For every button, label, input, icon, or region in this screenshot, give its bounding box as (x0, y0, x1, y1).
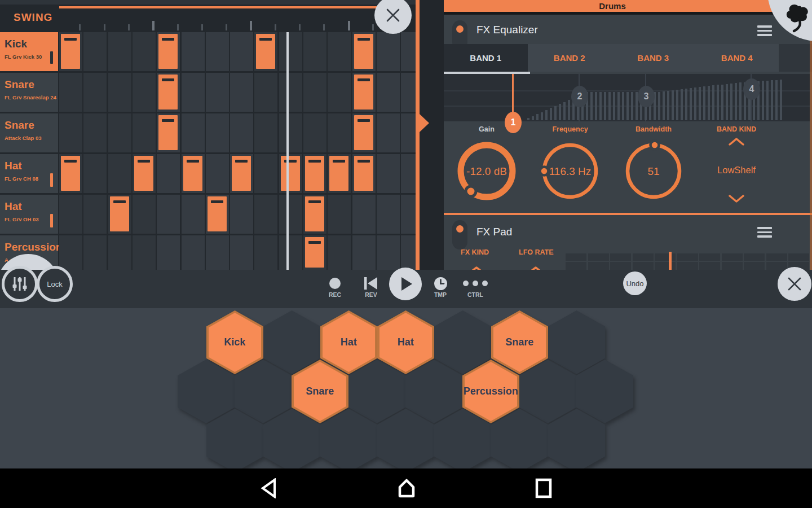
step-cell[interactable] (377, 73, 400, 112)
step-cell[interactable] (352, 73, 376, 112)
recents-icon[interactable] (535, 478, 553, 498)
step-cell[interactable] (230, 154, 253, 193)
step-cell[interactable] (108, 32, 131, 71)
play-button[interactable] (389, 268, 422, 300)
step-note[interactable] (158, 75, 178, 110)
fx-pad-cell[interactable] (699, 262, 720, 270)
step-cell[interactable] (254, 195, 277, 234)
step-cell[interactable] (377, 235, 400, 270)
step-cell[interactable] (108, 73, 131, 112)
panel-drag-arrow-icon[interactable] (420, 114, 429, 132)
band-kind-down-icon[interactable] (729, 194, 744, 203)
step-cell[interactable] (83, 73, 107, 112)
step-cell[interactable] (59, 235, 82, 270)
step-cell[interactable] (206, 235, 229, 270)
control-button[interactable] (462, 280, 488, 287)
step-cell[interactable] (230, 195, 253, 234)
rewind-button[interactable] (363, 277, 379, 290)
band-kind-up-icon[interactable] (729, 137, 744, 146)
step-cell[interactable] (108, 195, 131, 234)
step-cell[interactable] (108, 235, 131, 270)
step-note[interactable] (232, 156, 251, 191)
step-cell[interactable] (401, 195, 416, 234)
lock-button[interactable]: Lock (37, 266, 73, 302)
step-cell[interactable] (254, 32, 277, 71)
lfo-rate-up-icon[interactable] (528, 266, 544, 270)
step-cell[interactable] (401, 73, 416, 112)
band-marker-4[interactable]: 4 (743, 78, 760, 100)
fx-pad-cell[interactable] (610, 262, 631, 270)
band-marker-3[interactable]: 3 (638, 86, 655, 107)
step-cell[interactable] (352, 195, 376, 234)
fx-equalizer-menu-icon[interactable] (757, 23, 772, 38)
step-note[interactable] (208, 196, 227, 231)
step-cell[interactable] (157, 113, 180, 152)
step-cell[interactable] (279, 32, 302, 71)
fx-pad-menu-icon[interactable] (757, 225, 772, 240)
step-cell[interactable] (230, 113, 253, 152)
track-label-snare[interactable]: SnareFL Grv Snareclap 24 (0, 73, 58, 112)
step-note[interactable] (61, 34, 80, 69)
step-cell[interactable] (108, 113, 131, 152)
step-cell[interactable] (377, 113, 400, 152)
step-note[interactable] (354, 156, 373, 191)
step-cell[interactable] (328, 154, 351, 193)
step-cell[interactable] (59, 113, 82, 152)
step-cell[interactable] (206, 73, 229, 112)
fx-pad-cell[interactable] (722, 262, 743, 270)
fx-pad-cell[interactable] (677, 262, 698, 270)
step-cell[interactable] (182, 154, 205, 193)
fx-pad-cell[interactable] (588, 262, 609, 270)
sequencer-header-bar[interactable]: SWING (0, 5, 416, 32)
fx-pad-cell[interactable] (722, 253, 743, 261)
step-cell[interactable] (133, 235, 156, 270)
step-cell[interactable] (328, 73, 351, 112)
step-cell[interactable] (83, 235, 107, 270)
step-cell[interactable] (133, 32, 156, 71)
step-cell[interactable] (401, 154, 416, 193)
track-label-snare[interactable]: SnareAttack Clap 03 (0, 113, 58, 152)
undo-button[interactable]: Undo (623, 271, 647, 295)
fx-pad-cell[interactable] (588, 253, 609, 261)
step-cell[interactable] (328, 195, 351, 234)
step-cell[interactable] (279, 195, 302, 234)
step-note[interactable] (256, 34, 275, 69)
track-label-kick[interactable]: KickFL Grv Kick 30 (0, 32, 58, 71)
step-note[interactable] (354, 115, 373, 150)
step-cell[interactable] (401, 113, 416, 152)
step-cell[interactable] (279, 113, 302, 152)
step-cell[interactable] (279, 154, 302, 193)
step-cell[interactable] (377, 32, 400, 71)
step-cell[interactable] (83, 195, 107, 234)
step-cell[interactable] (157, 73, 180, 112)
step-cell[interactable] (182, 235, 205, 270)
performance-close-button[interactable] (778, 267, 811, 301)
step-cell[interactable] (328, 113, 351, 152)
step-cell[interactable] (133, 73, 156, 112)
step-cell[interactable] (157, 32, 180, 71)
fx-panel-title-bar[interactable]: Drums (444, 0, 812, 12)
step-cell[interactable] (279, 235, 302, 270)
fx-pad-cell[interactable] (699, 253, 720, 261)
step-cell[interactable] (230, 32, 253, 71)
fx-pad-cell[interactable] (744, 253, 765, 261)
mixer-button[interactable] (2, 266, 38, 302)
step-cell[interactable] (352, 235, 376, 270)
step-cell[interactable] (133, 113, 156, 152)
tab-band-1[interactable]: BAND 1 (444, 44, 528, 72)
step-note[interactable] (134, 156, 153, 191)
step-cell[interactable] (206, 113, 229, 152)
fx-pad-cell[interactable] (566, 262, 586, 270)
step-cell[interactable] (401, 235, 416, 270)
fx-pad-cell[interactable] (610, 253, 631, 261)
tab-band-4[interactable]: BAND 4 (695, 44, 779, 72)
step-cell[interactable] (230, 73, 253, 112)
band-marker-1[interactable]: 1 (505, 112, 522, 133)
step-note[interactable] (110, 196, 129, 231)
fx-pad-cell[interactable] (633, 262, 654, 270)
step-cell[interactable] (303, 113, 326, 152)
step-note[interactable] (158, 115, 178, 150)
fx-pad-cell[interactable] (655, 253, 676, 261)
tab-band-3[interactable]: BAND 3 (611, 44, 695, 72)
fx-pad-cell[interactable] (655, 262, 676, 270)
